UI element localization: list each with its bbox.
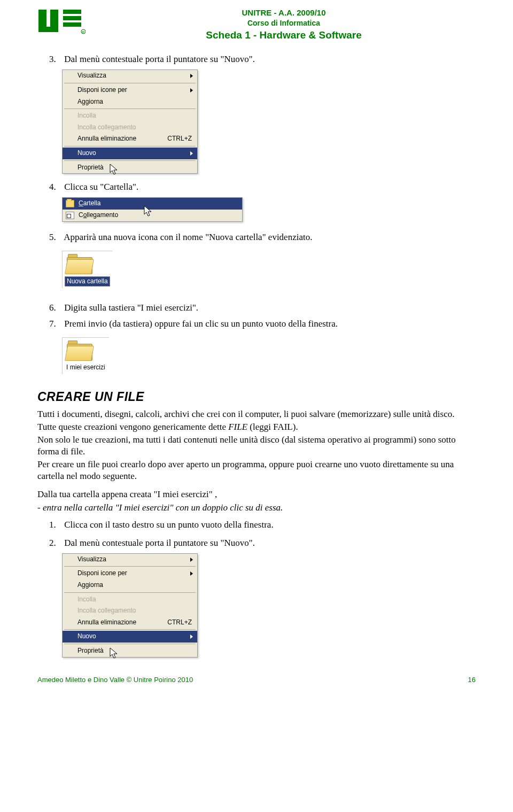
page-header: R UNITRE - A.A. 2009/10 Corso di Informa… <box>37 7 476 42</box>
svg-rect-2 <box>38 27 58 32</box>
paragraph: Tutti i documenti, disegni, calcoli, arc… <box>37 408 476 420</box>
header-title-block: UNITRE - A.A. 2009/10 Corso di Informati… <box>92 7 476 42</box>
header-line1: UNITRE - A.A. 2009/10 <box>92 7 476 18</box>
paragraph: Tutte queste creazioni vengono genericam… <box>37 421 476 433</box>
step-number: 4. <box>49 181 62 193</box>
menu-item-visualizza[interactable]: Visualizza <box>63 70 197 82</box>
menu-separator <box>64 146 196 146</box>
folder-icon <box>66 200 74 207</box>
paragraph-italic: - entra nella cartella "I miei esercizi"… <box>37 502 476 514</box>
folder-label-selected[interactable]: Nuova cartella <box>65 276 110 287</box>
menu-item-aggiorna[interactable]: Aggiorna <box>63 579 197 591</box>
step-text: Apparirà una nuova icona con il nome "Nu… <box>64 232 312 242</box>
section-heading: CREARE UN FILE <box>37 389 476 405</box>
menu-separator <box>64 83 196 83</box>
cursor-icon <box>144 205 153 217</box>
shortcut-label: CTRL+Z <box>167 135 192 143</box>
step-text: Premi invio (da tastiera) oppure fai un … <box>64 319 338 329</box>
shortcut-label: CTRL+Z <box>167 618 192 627</box>
cursor-icon <box>110 647 119 659</box>
step-7: 7. Premi invio (da tastiera) oppure fai … <box>49 318 476 330</box>
folder-label: I miei esercizi <box>65 363 107 373</box>
menu-item-aggiorna[interactable]: Aggiorna <box>63 96 197 108</box>
submenu-label: Collegamento <box>79 211 118 220</box>
cursor-icon <box>110 164 119 175</box>
menu-item-nuovo[interactable]: Nuovo <box>63 148 197 159</box>
menu-item-annulla[interactable]: Annulla eliminazione CTRL+Z <box>63 617 197 629</box>
list-number: 1. <box>49 519 62 531</box>
menu-item-incolla: Incolla <box>63 110 197 122</box>
header-line2: Corso di Informatica <box>92 18 476 28</box>
step-number: 6. <box>49 302 62 314</box>
list-number: 2. <box>49 537 62 549</box>
unitre-logo-icon: R <box>37 9 86 36</box>
menu-item-visualizza[interactable]: Visualizza <box>63 554 197 566</box>
step-text: Clicca su "Cartella". <box>64 182 138 192</box>
header-line3: Scheda 1 - Hardware & Software <box>92 29 476 42</box>
list-item-1: 1. Clicca con il tasto destro su un punt… <box>49 519 476 531</box>
menu-separator <box>64 592 196 593</box>
svg-text:R: R <box>82 30 85 34</box>
paragraph: Per creare un file puoi crearlo dopo ave… <box>37 459 476 482</box>
step-4: 4. Clicca su "Cartella". <box>49 181 476 193</box>
paragraph: Non solo le tue creazioni, ma tutti i da… <box>37 434 476 458</box>
step-6: 6. Digita sulla tastiera "I miei eserciz… <box>49 302 476 314</box>
svg-rect-3 <box>63 10 81 14</box>
renamed-folder-icon-block: I miei esercizi <box>62 337 109 374</box>
nuovo-submenu: Cartella Collegamento <box>62 197 243 221</box>
menu-item-proprieta[interactable]: Proprietà <box>63 162 197 174</box>
new-folder-icon-block: Nuova cartella <box>62 251 112 289</box>
list-text: Clicca con il tasto destro su un punto v… <box>64 520 273 530</box>
step-number: 3. <box>49 53 62 65</box>
svg-rect-5 <box>63 22 81 27</box>
context-menu: Visualizza Disponi icone per Aggiorna In… <box>62 69 198 174</box>
step-text: Digita sulla tastiera "I miei esercizi". <box>64 303 198 313</box>
shortcut-icon <box>66 212 74 219</box>
page-number: 16 <box>468 676 476 685</box>
menu-separator <box>64 566 196 567</box>
list-item-2: 2. Dal menù contestuale porta il puntato… <box>49 537 476 549</box>
svg-rect-4 <box>63 16 81 20</box>
menu-separator <box>64 160 196 161</box>
menu-item-incolla: Incolla <box>63 594 197 606</box>
list-text: Dal menù contestuale porta il puntatore … <box>64 538 255 548</box>
folder-icon <box>65 339 94 361</box>
paragraph-block: Dalla tua cartella appena creata "I miei… <box>37 489 476 513</box>
submenu-label: Cartella <box>79 199 100 208</box>
menu-item-incolla-coll: Incolla collegamento <box>63 122 197 134</box>
paragraph: Dalla tua cartella appena creata "I miei… <box>37 489 476 500</box>
step-5: 5. Apparirà una nuova icona con il nome … <box>49 231 476 243</box>
menu-item-annulla[interactable]: Annulla eliminazione CTRL+Z <box>63 133 197 145</box>
footer-left: Amedeo Miletto e Dino Valle © Unitre Poi… <box>37 676 193 685</box>
menu-separator <box>64 644 196 644</box>
folder-icon <box>65 253 94 274</box>
menu-item-nuovo[interactable]: Nuovo <box>63 631 197 643</box>
menu-item-disponi[interactable]: Disponi icone per <box>63 568 197 579</box>
menu-separator <box>64 109 196 109</box>
menu-separator <box>64 629 196 630</box>
context-menu: Visualizza Disponi icone per Aggiorna In… <box>62 553 198 658</box>
menu-item-disponi[interactable]: Disponi icone per <box>63 84 197 96</box>
step-number: 7. <box>49 318 62 330</box>
step-3: 3. Dal menù contestuale porta il puntato… <box>49 53 476 65</box>
menu-item-incolla-coll: Incolla collegamento <box>63 605 197 617</box>
step-text: Dal menù contestuale porta il puntatore … <box>64 54 255 64</box>
page-footer: Amedeo Miletto e Dino Valle © Unitre Poi… <box>37 676 476 685</box>
menu-item-proprieta[interactable]: Proprietà <box>63 645 197 657</box>
step-number: 5. <box>49 231 62 243</box>
